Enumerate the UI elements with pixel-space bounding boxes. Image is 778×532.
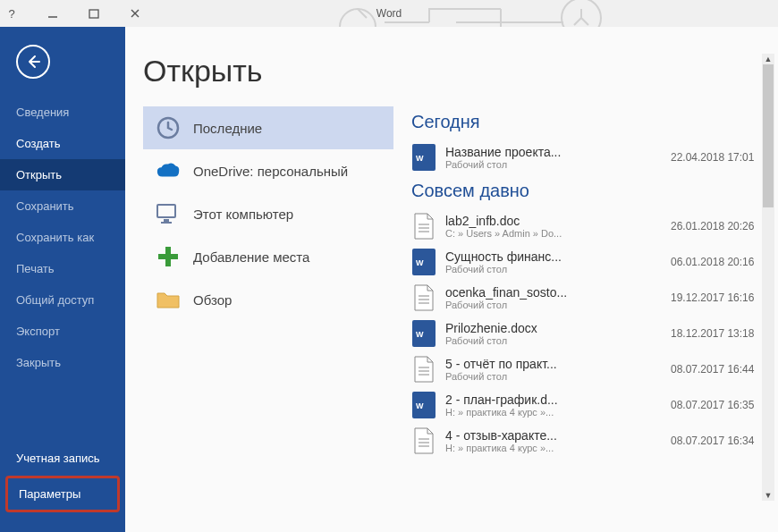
section-title: Совсем давно (411, 181, 769, 201)
sidebar-item-4[interactable]: Сохранить как (0, 222, 125, 253)
place-label: Этот компьютер (193, 207, 293, 222)
file-name: Название проекта... (445, 145, 597, 159)
file-date: 08.07.2017 16:35 (671, 399, 769, 411)
places-list: ПоследниеOneDrive: персональный Этот ком… (143, 106, 393, 504)
sidebar-item-6[interactable]: Общий доступ (0, 284, 125, 316)
sidebar-account[interactable]: Учетная запись (0, 443, 125, 474)
file-row[interactable]: ocenka_finan_sosto...Рабочий стол19.12.2… (411, 280, 769, 316)
svg-rect-8 (164, 219, 169, 222)
place-onedrive[interactable]: OneDrive: персональный (143, 149, 393, 192)
file-path: Рабочий стол (445, 300, 597, 310)
place-label: Обзор (193, 292, 232, 308)
place-label: Последние (193, 121, 262, 136)
file-date: 22.04.2018 17:01 (671, 151, 769, 164)
place-label: Добавление места (193, 249, 309, 265)
svg-rect-7 (157, 205, 175, 217)
file-name: 4 - отзыв-характе... (445, 428, 597, 443)
maximize-button[interactable] (82, 4, 106, 23)
file-path: H: » практика 4 курс »... (445, 407, 597, 418)
file-name: Сущность финанс... (445, 249, 597, 264)
main-panel: Открыть ПоследниеOneDrive: персональный … (125, 27, 778, 532)
place-clock[interactable]: Последние (143, 106, 393, 149)
docx-icon: W (411, 248, 436, 276)
section-title: Сегодня (411, 112, 769, 132)
file-row[interactable]: WНазвание проекта...Рабочий стол22.04.20… (411, 139, 769, 175)
close-button[interactable] (123, 4, 147, 23)
sidebar-item-1[interactable]: Создать (0, 128, 125, 159)
place-pc[interactable]: Этот компьютер (143, 192, 393, 235)
clock-icon (156, 115, 181, 140)
scroll-up-icon[interactable]: ▲ (762, 54, 774, 64)
file-path: H: » практика 4 курс »... (445, 443, 597, 453)
svg-text:W: W (416, 154, 424, 163)
help-button[interactable]: ? (0, 4, 23, 23)
file-path: Рабочий стол (445, 371, 597, 382)
file-name: ocenka_finan_sosto... (445, 285, 597, 300)
scroll-thumb[interactable] (763, 64, 774, 207)
options-highlight: Параметры (5, 476, 120, 512)
sidebar-item-8[interactable]: Закрыть (0, 347, 125, 378)
back-button[interactable] (16, 45, 50, 79)
page-title: Открыть (143, 54, 769, 89)
file-date: 19.12.2017 16:16 (671, 291, 769, 304)
sidebar-item-7[interactable]: Экспорт (0, 316, 125, 347)
sidebar-item-2[interactable]: Открыть (0, 159, 125, 190)
scroll-down-icon[interactable]: ▼ (762, 490, 774, 501)
doc-icon (411, 355, 436, 384)
minimize-button[interactable] (41, 4, 64, 23)
doc-icon (411, 426, 436, 455)
folder-icon (156, 287, 181, 312)
file-name: lab2_infb.doc (445, 214, 597, 228)
doc-icon (411, 212, 436, 241)
sidebar-options[interactable]: Параметры (8, 478, 117, 510)
doc-icon (411, 283, 436, 312)
app-title: Word (376, 7, 402, 20)
place-label: OneDrive: персональный (193, 164, 348, 179)
file-date: 26.01.2018 20:26 (671, 220, 769, 232)
file-path: Рабочий стол (445, 335, 597, 346)
sidebar-item-0[interactable]: Сведения (0, 97, 125, 128)
place-plus[interactable]: Добавление места (143, 235, 393, 278)
plus-icon (156, 244, 181, 269)
onedrive-icon (156, 158, 181, 183)
svg-rect-9 (161, 222, 172, 224)
svg-text:W: W (416, 330, 424, 339)
file-date: 18.12.2017 13:18 (671, 327, 769, 340)
sidebar-item-5[interactable]: Печать (0, 253, 125, 284)
file-row[interactable]: lab2_infb.docC: » Users » Admin » Do...2… (411, 208, 769, 244)
file-date: 08.07.2017 16:44 (671, 363, 769, 376)
file-name: 5 - отчёт по практ... (445, 357, 597, 371)
pc-icon (156, 201, 181, 226)
docx-icon: W (411, 319, 436, 348)
file-date: 06.01.2018 20:16 (671, 256, 769, 268)
svg-rect-3 (89, 10, 98, 18)
docx-icon: W (411, 391, 436, 419)
recent-files: СегодняWНазвание проекта...Рабочий стол2… (411, 106, 769, 504)
file-path: C: » Users » Admin » Do... (445, 228, 597, 239)
file-date: 08.07.2017 16:34 (671, 435, 769, 447)
file-name: Prilozhenie.docx (445, 321, 597, 335)
file-row[interactable]: W2 - план-график.d...H: » практика 4 кур… (411, 387, 769, 423)
svg-rect-11 (158, 254, 178, 259)
svg-text:W: W (416, 258, 424, 267)
svg-text:W: W (416, 401, 424, 410)
file-path: Рабочий стол (445, 159, 597, 170)
sidebar-item-3[interactable]: Сохранить (0, 190, 125, 222)
docx-icon: W (411, 143, 436, 172)
file-row[interactable]: 5 - отчёт по практ...Рабочий стол08.07.2… (411, 351, 769, 387)
file-row[interactable]: WPrilozhenie.docxРабочий стол18.12.2017 … (411, 316, 769, 351)
scrollbar[interactable]: ▲ ▼ (762, 54, 774, 501)
sidebar: СведенияСоздатьОткрытьСохранитьСохранить… (0, 27, 125, 532)
file-path: Рабочий стол (445, 264, 597, 274)
place-folder[interactable]: Обзор (143, 278, 393, 321)
file-row[interactable]: 4 - отзыв-характе...H: » практика 4 курс… (411, 423, 769, 459)
title-bar: Word ? (0, 0, 778, 27)
file-row[interactable]: WСущность финанс...Рабочий стол06.01.201… (411, 244, 769, 280)
file-name: 2 - план-график.d... (445, 393, 597, 407)
